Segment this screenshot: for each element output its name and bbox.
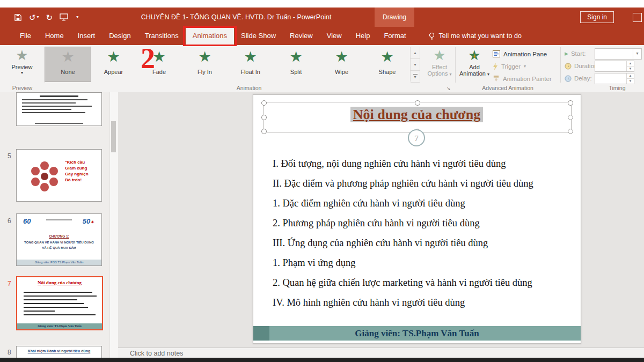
- tell-me-box[interactable]: Tell me what you want to do: [428, 27, 522, 45]
- animation-painter-button[interactable]: Animation Painter: [493, 73, 552, 84]
- star-icon: ★: [136, 47, 182, 67]
- body-line: 1. Phạm vi ứng dụng: [273, 253, 574, 273]
- tab-insert[interactable]: Insert: [71, 27, 103, 45]
- tab-review[interactable]: Review: [283, 27, 320, 45]
- undo-caret-icon: ▾: [37, 15, 39, 19]
- drawing-tools-label: Drawing Tools: [375, 8, 414, 27]
- slide-number-badge[interactable]: 7: [408, 129, 425, 146]
- slide-footer-bar[interactable]: Giảng viên: TS.Phạm Văn Tuấn: [253, 326, 581, 341]
- diagram-circle: [31, 167, 40, 175]
- duration-spinner[interactable]: ▲ ▼: [595, 61, 634, 72]
- spinner-down-icon[interactable]: ▼: [626, 67, 634, 71]
- star-icon: ★: [364, 47, 410, 67]
- duration-row: Duration:: [565, 61, 599, 71]
- selection-handle[interactable]: [261, 129, 267, 134]
- dropdown-caret-icon: ▾: [487, 72, 489, 77]
- chapter-title-line-2: VÀ HỆ QUẢ MUA SẮM: [17, 246, 101, 249]
- spinner-down-icon[interactable]: ▼: [626, 79, 634, 84]
- preview-button[interactable]: ★ Preview ▾: [5, 47, 39, 75]
- animation-wipe[interactable]: ★ Wipe: [319, 47, 364, 82]
- animation-dialog-launcher-icon[interactable]: ↘: [447, 86, 451, 91]
- text-line-placeholder: [46, 219, 72, 220]
- logo-star-icon: ✦: [90, 220, 94, 225]
- slide-editor-area: Nội dung của chương 7 I. Đối tượng, nội …: [118, 92, 644, 358]
- tab-slide-show[interactable]: Slide Show: [234, 27, 283, 45]
- delay-label: Delay:: [574, 75, 592, 82]
- tab-view[interactable]: View: [320, 27, 349, 45]
- add-animation-label-2: Animation ▾: [459, 70, 489, 77]
- powerpoint-window: ↺▾ ↻ ▾ CHUYÊN ĐỀ 1- TỔNG QUAN VỀ. HVTD. …: [0, 0, 644, 362]
- spinner-up-icon[interactable]: ▲: [626, 61, 634, 67]
- thumbnail-captions: "Kích cầu Giảm cung Gây nghiện Bỏ trốn!: [65, 159, 100, 183]
- gallery-scroll-up-icon[interactable]: ▲: [411, 47, 420, 59]
- animation-label: Wipe: [335, 69, 348, 75]
- tab-help[interactable]: Help: [349, 27, 377, 45]
- animation-fly-in[interactable]: ★ Fly In: [182, 47, 228, 82]
- ribbon-display-options-icon[interactable]: [633, 13, 642, 22]
- qat-customize-icon[interactable]: ▾: [76, 15, 78, 19]
- effect-options-button[interactable]: ★ Effect Options ▾: [424, 47, 455, 77]
- group-label-advanced-animation: Advanced Animation: [456, 85, 559, 91]
- slide-thumbnail-8[interactable]: Khái niệm Hành vi người tiêu dùng: [16, 346, 102, 358]
- animation-split[interactable]: ★ Split: [273, 47, 319, 82]
- save-icon[interactable]: [14, 13, 22, 21]
- gallery-scroll-down-icon[interactable]: ▼: [411, 59, 420, 71]
- slide-thumbnail-6[interactable]: 60 50✦ CHƯƠNG 1: TỔNG QUAN VỀ HÀNH VI NG…: [16, 213, 102, 266]
- diagram-circle: [49, 178, 58, 186]
- slide-title[interactable]: Nội dung của chương: [263, 107, 570, 123]
- workspace: 5 "Kích cầu Giảm cung Gây nghiện Bỏ trốn…: [0, 92, 644, 358]
- tab-home[interactable]: Home: [38, 27, 71, 45]
- animation-label: None: [61, 69, 75, 75]
- lightbulb-icon: [428, 32, 435, 40]
- animation-float-in[interactable]: ★ Float In: [228, 47, 273, 82]
- start-combobox[interactable]: ▼: [595, 48, 642, 60]
- add-animation-button[interactable]: ★+ Add Animation ▾: [457, 47, 492, 77]
- animation-pane-button[interactable]: Animation Pane: [493, 48, 547, 60]
- animation-shape[interactable]: ★ Shape: [364, 47, 410, 82]
- redo-icon[interactable]: ↻: [46, 13, 53, 21]
- selection-handle[interactable]: [568, 100, 573, 106]
- animation-appear[interactable]: ★ Appear: [91, 47, 136, 82]
- chapter-heading: CHƯƠNG 1:: [17, 234, 101, 238]
- slide-canvas[interactable]: Nội dung của chương 7 I. Đối tượng, nội …: [253, 94, 581, 344]
- gallery-more-icon[interactable]: ▼: [411, 71, 420, 83]
- selection-handle[interactable]: [568, 129, 573, 134]
- diagram-circle: [49, 167, 58, 175]
- tell-me-label: Tell me what you want to do: [439, 32, 522, 40]
- tab-format[interactable]: Format: [377, 27, 413, 45]
- animation-none[interactable]: ★ None: [45, 47, 91, 82]
- body-line: III. Ứng dụng của nghiên cứu hành vi ngư…: [273, 233, 574, 253]
- slide-thumbnail-4[interactable]: [16, 92, 102, 126]
- selection-handle[interactable]: [261, 100, 267, 106]
- slide-thumbnail-5[interactable]: "Kích cầu Giảm cung Gây nghiện Bỏ trốn!: [16, 149, 102, 202]
- dropdown-caret-icon: ▾: [449, 72, 451, 77]
- text-line-placeholder: [24, 295, 97, 297]
- combo-caret-icon[interactable]: ▼: [633, 49, 641, 59]
- tab-transitions[interactable]: Transitions: [138, 27, 186, 45]
- delay-spinner[interactable]: ▲ ▼: [595, 73, 634, 84]
- scrollbar-thumb[interactable]: [111, 121, 116, 152]
- slide-thumbnail-7[interactable]: Nội dung của chương Giảng viên: TS.Phạm …: [16, 276, 103, 330]
- caption-line: "Kích cầu: [65, 159, 100, 165]
- animation-fade[interactable]: ★ Fade: [136, 47, 182, 82]
- trigger-button[interactable]: Trigger ▾: [493, 61, 526, 72]
- animation-pane-icon: [493, 50, 500, 57]
- slide-number-6: 6: [8, 217, 11, 225]
- undo-icon[interactable]: ↺▾: [29, 13, 39, 21]
- thumbnail-title: Nội dung của chương: [17, 280, 102, 285]
- tab-design[interactable]: Design: [102, 27, 137, 45]
- spinner-up-icon[interactable]: ▲: [626, 73, 634, 79]
- caption-line: Gây nghiện: [65, 171, 100, 177]
- group-label-timing: Timing: [590, 85, 644, 91]
- notes-pane[interactable]: Click to add notes: [118, 348, 644, 358]
- tab-animations[interactable]: Animations: [186, 27, 234, 45]
- sign-in-button[interactable]: Sign in: [580, 11, 614, 23]
- tab-file[interactable]: File: [13, 27, 38, 45]
- animation-label: Float In: [240, 69, 260, 75]
- start-slideshow-icon[interactable]: [60, 13, 68, 21]
- thumbnail-panel-scrollbar[interactable]: [109, 92, 119, 358]
- tab-animations-label: Animations: [193, 32, 227, 40]
- selection-handle[interactable]: [415, 100, 420, 106]
- ribbon-tab-row: File Home Insert Design Transitions Anim…: [0, 27, 644, 45]
- slide-body-text[interactable]: I. Đối tượng, nội dung nghiên cứu hành v…: [273, 154, 574, 313]
